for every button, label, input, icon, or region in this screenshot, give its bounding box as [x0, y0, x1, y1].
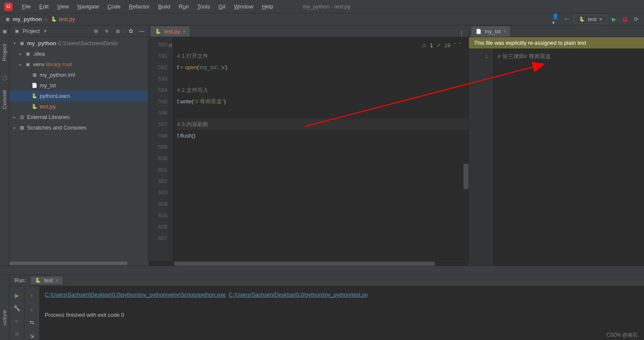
more-run-icon[interactable]: ⟳ — [632, 16, 640, 23]
rerun-icon[interactable]: ▶ — [12, 291, 22, 300]
sidebar-title[interactable]: ▣ Project ▾ — [11, 28, 89, 35]
code-line[interactable] — [177, 187, 469, 198]
tree-item--idea[interactable]: ▸▣.idea — [9, 49, 148, 59]
code-line[interactable]: # 3.内容刷新 — [177, 119, 469, 130]
code-line[interactable] — [177, 164, 469, 175]
code-line[interactable] — [177, 141, 469, 153]
code-line[interactable]: # 2.文件写入 — [177, 84, 469, 96]
up-arrow-icon[interactable]: ↑ — [27, 291, 37, 300]
up-icon[interactable]: ˆ — [454, 40, 455, 51]
wrench-icon[interactable]: 🔧 — [12, 303, 22, 313]
code-body[interactable]: # 张三律师# 尊师重道 — [493, 49, 644, 266]
project-tool-label[interactable]: Project — [0, 42, 8, 62]
tree-item-my_python[interactable]: ▾▣my_python C:\Users\Sachsen\Desto — [9, 38, 148, 49]
menu-bar: IJ File Edit View Navigate Code Refactor… — [0, 0, 644, 13]
tree-arrow-icon: ▸ — [12, 115, 17, 119]
tree-item-scratches-and-consoles[interactable]: ▸▩Scratches and Consoles — [9, 122, 148, 133]
hide-icon[interactable]: — — [137, 27, 146, 36]
code-line[interactable]: # 张三律师# 尊师重道 — [498, 51, 644, 62]
tree-item-venv[interactable]: ▸▣venv library root — [9, 59, 148, 70]
code-line[interactable] — [177, 175, 469, 187]
menu-navigate[interactable]: Navigate — [73, 2, 103, 11]
tab-test-py[interactable]: 🐍 test.py × — [150, 26, 190, 37]
soft-wrap-icon[interactable]: ⇆ — [27, 318, 37, 327]
user-icon[interactable]: 👤▾ — [552, 16, 560, 23]
settings-icon[interactable]: ✿ — [126, 27, 135, 36]
main-area: ▣ Project ◯ Commit ▣ Project ▾ ⊕ ≡ ≣ ✿ —… — [0, 25, 644, 266]
tab-my-txt[interactable]: 📄 my_txt × — [471, 26, 511, 37]
console-output[interactable]: C:\Users\Sachsen\Desktop\0.0\python\my_p… — [40, 286, 644, 340]
code-line[interactable] — [177, 73, 469, 84]
inspection-overlay[interactable]: ⚠1 ✓19 ˆ ˇ — [419, 39, 463, 52]
project-tool-icon[interactable]: ▣ — [1, 28, 8, 35]
code-line[interactable]: f.flush() — [177, 130, 469, 141]
file-type-notice[interactable]: This file was explicitly re-assigned to … — [469, 37, 644, 49]
menu-file[interactable]: File — [18, 2, 35, 11]
collapse-icon[interactable]: ≣ — [113, 27, 122, 36]
run-config-selector[interactable]: 🐍 test ▾ — [574, 15, 607, 24]
stop-icon[interactable]: ■ — [12, 316, 22, 325]
commit-tool-icon[interactable]: ◯ — [1, 74, 8, 81]
tab-overflow-icon[interactable]: ⋮ — [459, 30, 464, 37]
run-icon[interactable]: ▶ — [610, 16, 618, 23]
expand-icon[interactable]: ≡ — [102, 27, 111, 36]
tree-item-label: my_txt — [40, 82, 56, 89]
editor-left-code[interactable]: 5905915925935945955965975985996006016026… — [148, 37, 469, 261]
python-icon: 🐍 — [579, 16, 585, 23]
code-line[interactable] — [177, 221, 469, 232]
code-body[interactable]: ⚠1 ✓19 ˆ ˇ ⊟# 1.打开文件f = open('my_txt', '… — [172, 37, 469, 261]
close-icon[interactable]: × — [183, 29, 186, 35]
editor-right-code[interactable]: 1 # 张三律师# 尊师重道 — [469, 49, 644, 266]
editor-group: 🐍 test.py × ⋮ 59059159259359459559659759… — [148, 25, 644, 266]
breadcrumb-project[interactable]: ▣ my_python — [4, 16, 42, 23]
tree-item-my_txt[interactable]: 📄my_txt — [9, 80, 148, 91]
menu-code[interactable]: Code — [103, 2, 125, 11]
locate-icon[interactable]: ⊕ — [91, 27, 100, 36]
code-line[interactable]: ⊟# 1.打开文件 — [177, 50, 469, 62]
console-exit-message: Process finished with exit code 0 — [45, 310, 639, 320]
menu-window[interactable]: Window — [230, 2, 258, 11]
menu-help[interactable]: Help — [258, 2, 278, 11]
left-tool-strip: ▣ Project ◯ Commit — [0, 25, 9, 266]
structure-tool-label[interactable]: ucture — [0, 308, 8, 327]
code-line[interactable]: f = open('my_txt', 'a') — [177, 62, 469, 73]
console-file-link[interactable]: C:/Users/Sachsen/Desktop/0.0/python/my_p… — [229, 291, 368, 298]
run-tab-test[interactable]: 🐍 test × — [30, 276, 63, 285]
stop-all-icon[interactable]: ▣ — [12, 329, 22, 338]
tree-item-pythonlearn[interactable]: 🐍pythonLearn — [9, 91, 148, 101]
code-line[interactable]: f.write("# 尊师重道") — [177, 96, 469, 107]
code-line[interactable] — [177, 107, 469, 119]
editor-left-hscroll[interactable] — [148, 261, 469, 266]
down-icon[interactable]: ˇ — [459, 40, 461, 51]
run-header: Run: 🐍 test × — [9, 275, 644, 286]
code-line[interactable] — [177, 232, 469, 244]
menu-tools[interactable]: Tools — [193, 2, 214, 11]
tree-item-external-libraries[interactable]: ▸▥External Libraries — [9, 112, 148, 122]
menu-refactor[interactable]: Refactor — [125, 2, 154, 11]
iml-icon: ▦ — [31, 72, 38, 78]
console-exe-link[interactable]: C:\Users\Sachsen\Desktop\0.0\python\my_p… — [45, 291, 226, 298]
code-line[interactable] — [177, 198, 469, 210]
code-line[interactable] — [177, 210, 469, 221]
commit-arrow-icon[interactable]: ⭠ — [563, 16, 571, 23]
menu-edit[interactable]: Edit — [35, 2, 53, 11]
menu-git[interactable]: Git — [214, 2, 230, 11]
project-tree[interactable]: ▾▣my_python C:\Users\Sachsen\Desto▸▣.ide… — [9, 37, 148, 266]
editor-right-tabs: 📄 my_txt × — [469, 25, 644, 37]
menu-build[interactable]: Build — [154, 2, 175, 11]
code-line[interactable] — [177, 153, 469, 164]
debug-icon[interactable]: 🐞 — [621, 16, 629, 23]
close-icon[interactable]: × — [503, 29, 506, 35]
run-tools-secondary: ↑ ↓ ⇆ ⇲ — [24, 286, 40, 340]
menu-run[interactable]: Run — [175, 2, 193, 11]
down-arrow-icon[interactable]: ↓ — [27, 304, 37, 313]
tree-arrow-icon: ▸ — [18, 51, 23, 56]
tree-item-test-py[interactable]: 🐍test.py — [9, 101, 148, 112]
minimap-scrollbar[interactable] — [463, 164, 469, 189]
breadcrumb-file[interactable]: 🐍 test.py — [51, 16, 75, 23]
commit-tool-label[interactable]: Commit — [0, 89, 8, 111]
scroll-end-icon[interactable]: ⇲ — [27, 331, 37, 340]
tree-item-my_python-iml[interactable]: ▦my_python.iml — [9, 70, 148, 80]
menu-view[interactable]: View — [53, 2, 73, 11]
close-icon[interactable]: × — [55, 277, 59, 283]
